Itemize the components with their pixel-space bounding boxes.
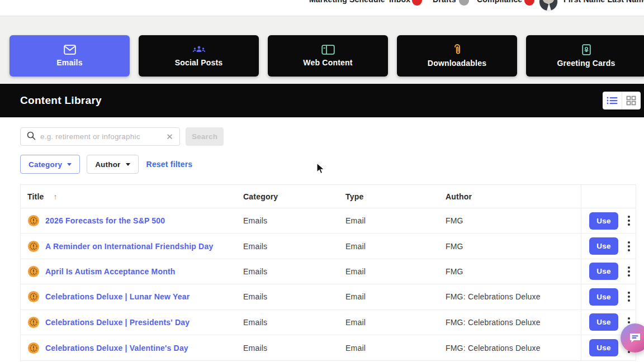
use-button[interactable]: Use — [589, 339, 618, 356]
use-button[interactable]: Use — [589, 288, 618, 306]
user-avatar[interactable] — [539, 0, 558, 11]
compliance-warning-icon — [27, 316, 40, 328]
use-button[interactable]: Use — [589, 212, 618, 230]
category-filter-label: Category — [29, 160, 62, 169]
content-library-header: Content Library — [0, 84, 644, 117]
use-button[interactable]: Use — [589, 263, 618, 280]
list-view-button[interactable] — [603, 92, 622, 109]
filter-bar: Category Author Reset filters — [20, 155, 192, 174]
paperclip-icon — [453, 44, 462, 55]
row-author: FMG — [446, 242, 581, 251]
card-label: Greeting Cards — [557, 59, 615, 68]
row-type: Email — [345, 318, 446, 327]
use-button[interactable]: Use — [589, 313, 618, 331]
author-filter-dropdown[interactable]: Author — [87, 155, 138, 174]
drafts-count-badge — [459, 0, 469, 6]
row-category: Emails — [243, 267, 345, 276]
content-title-link[interactable]: 2026 Forecasts for the S&P 500 — [45, 216, 165, 225]
nav-compliance[interactable]: Compliance — [477, 0, 522, 4]
nav-inbox[interactable]: Inbox — [389, 0, 410, 4]
compliance-warning-icon — [27, 240, 40, 253]
column-header-title[interactable]: Title ↑ — [21, 192, 243, 201]
card-greeting-cards[interactable]: Greeting Cards — [526, 35, 644, 77]
author-filter-label: Author — [95, 160, 120, 169]
card-label: Social Posts — [175, 58, 223, 67]
category-filter-dropdown[interactable]: Category — [20, 155, 80, 174]
use-button[interactable]: Use — [589, 237, 618, 255]
row-type: Email — [345, 242, 446, 251]
row-type: Email — [345, 267, 446, 276]
list-icon — [607, 96, 618, 105]
row-author: FMG: Celebrations Deluxe — [446, 344, 581, 353]
row-author: FMG — [446, 267, 581, 276]
column-header-type[interactable]: Type — [345, 192, 446, 201]
column-header-actions — [581, 185, 637, 208]
column-title-label: Title — [27, 192, 44, 201]
compliance-warning-icon — [27, 342, 40, 354]
row-category: Emails — [243, 344, 345, 353]
table-row: A Reminder on International Friendship D… — [21, 234, 636, 259]
row-type: Email — [345, 344, 446, 353]
table-row: Celebrations Deluxe | Lunar New Year Ema… — [21, 284, 636, 309]
card-web-content[interactable]: Web Content — [268, 35, 388, 77]
compliance-warning-icon — [27, 265, 40, 278]
nav-user-name[interactable]: First Name Last Name — [564, 0, 644, 4]
table-row: April Is Autism Acceptance Month Emails … — [21, 259, 636, 284]
row-type: Email — [345, 216, 446, 225]
grid-icon — [626, 96, 636, 106]
table-row: Celebrations Deluxe | Presidents' Day Em… — [21, 310, 636, 335]
card-label: Downloadables — [428, 59, 486, 68]
row-menu-icon[interactable] — [626, 264, 632, 279]
greeting-card-icon — [582, 44, 591, 55]
page-title: Content Library — [20, 94, 102, 107]
content-title-link[interactable]: Celebrations Deluxe | Valentine's Day — [45, 344, 188, 353]
row-menu-icon[interactable] — [626, 213, 632, 228]
clear-search-icon[interactable]: ✕ — [160, 132, 179, 142]
content-title-link[interactable]: April Is Autism Acceptance Month — [45, 267, 176, 276]
content-title-link[interactable]: Celebrations Deluxe | Lunar New Year — [45, 292, 190, 301]
row-type: Email — [345, 292, 446, 301]
search-input[interactable] — [40, 132, 160, 141]
card-emails[interactable]: Emails — [10, 35, 130, 77]
browser-icon — [321, 45, 335, 55]
card-social-posts[interactable]: Social Posts — [139, 35, 259, 77]
compliance-count-badge — [524, 0, 534, 6]
compliance-warning-icon — [27, 215, 40, 227]
row-category: Emails — [243, 292, 345, 301]
chevron-down-icon — [126, 163, 130, 166]
sort-ascending-icon: ↑ — [54, 192, 58, 201]
column-header-author[interactable]: Author — [446, 192, 581, 201]
card-downloadables[interactable]: Downloadables — [397, 35, 517, 77]
column-header-category[interactable]: Category — [243, 192, 345, 201]
inbox-count-badge — [412, 0, 422, 6]
chevron-down-icon — [67, 163, 72, 166]
row-category: Emails — [243, 216, 345, 225]
reset-filters-link[interactable]: Reset filters — [146, 160, 193, 169]
row-menu-icon[interactable] — [626, 289, 632, 304]
content-table: Title ↑ Category Type Author 2026 Foreca… — [20, 184, 636, 361]
view-toggle — [603, 92, 641, 109]
nav-drafts[interactable]: Drafts — [433, 0, 456, 4]
envelope-icon — [64, 45, 76, 55]
table-row: Celebrations Deluxe | Valentine's Day Em… — [21, 335, 636, 360]
row-category: Emails — [243, 242, 345, 251]
grid-view-button[interactable] — [622, 92, 641, 109]
card-label: Emails — [56, 58, 82, 67]
compliance-warning-icon — [27, 290, 40, 303]
content-title-link[interactable]: Celebrations Deluxe | Presidents' Day — [45, 318, 190, 327]
search-button[interactable]: Search — [186, 127, 224, 146]
row-menu-icon[interactable] — [626, 239, 632, 254]
table-body: 2026 Forecasts for the S&P 500 Emails Em… — [21, 208, 636, 360]
row-author: FMG: Celebrations Deluxe — [446, 292, 581, 301]
row-author: FMG — [446, 216, 581, 225]
row-category: Emails — [243, 318, 345, 327]
search-field: ✕ — [20, 127, 180, 146]
people-icon — [192, 45, 206, 55]
nav-marketing-schedule[interactable]: Marketing Schedule — [309, 0, 385, 4]
search-icon — [27, 131, 36, 142]
table-header-row: Title ↑ Category Type Author — [21, 185, 636, 208]
table-row: 2026 Forecasts for the S&P 500 Emails Em… — [21, 208, 636, 234]
content-title-link[interactable]: A Reminder on International Friendship D… — [45, 242, 213, 251]
chat-bubble-icon — [629, 332, 641, 344]
library-content-panel: ✕ Search Category Author Reset filters T… — [0, 117, 644, 362]
